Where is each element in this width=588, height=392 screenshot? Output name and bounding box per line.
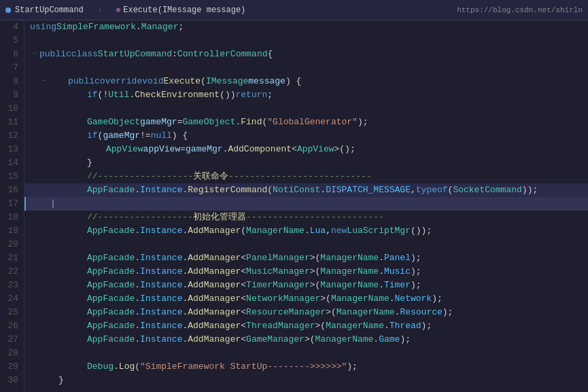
code-line-13: AppView appView = gameMgr.AddComponent<A…	[24, 143, 588, 156]
code-line-18: //------------------初始化管理器--------------…	[24, 211, 588, 224]
line-num-16: 16	[3, 183, 18, 197]
title-bar: StartUpCommand › ⊕ Execute(IMessage mess…	[0, 0, 588, 20]
line-num-28: 28	[3, 346, 18, 360]
line-num-13: 13	[3, 143, 18, 156]
line-num-4: 4	[3, 20, 18, 34]
code-line-27: AppFacade.Instance.AddManager<GameManage…	[24, 333, 588, 346]
code-line-30: }	[24, 374, 588, 387]
method-breadcrumb: ⊕ Execute(IMessage message)	[116, 5, 246, 15]
line-num-10: 10	[3, 102, 18, 115]
code-line-19: AppFacade.Instance.AddManager(ManagerNam…	[24, 224, 588, 238]
line-num-7: 7	[3, 61, 18, 75]
code-line-6: −public class StartUpCommand : Controlle…	[24, 48, 588, 61]
method-label: Execute(IMessage message)	[123, 5, 245, 15]
line-num-5: 5	[3, 34, 18, 48]
code-line-10	[24, 102, 588, 115]
code-line-26: AppFacade.Instance.AddManager<ThreadMana…	[24, 319, 588, 333]
code-line-11: GameObject gameMgr = GameObject.Find("Gl…	[24, 115, 588, 129]
line-num-18: 18	[3, 211, 18, 224]
line-num-15: 15	[3, 170, 18, 183]
code-line-7	[24, 61, 588, 75]
line-num-11: 11	[3, 115, 18, 129]
line-num-23: 23	[3, 279, 18, 292]
file-tab-label: StartUpCommand	[15, 5, 84, 15]
code-line-25: AppFacade.Instance.AddManager<ResourceMa…	[24, 306, 588, 319]
code-line-5	[24, 34, 588, 48]
line-num-9: 9	[3, 88, 18, 102]
line-num-17: 17	[3, 197, 18, 211]
line-num-27: 27	[3, 333, 18, 346]
tab-divider: ›	[97, 5, 103, 15]
line-num-19: 19	[3, 224, 18, 238]
code-line-4: using SimpleFramework.Manager;	[24, 20, 588, 34]
code-line-17: |	[24, 197, 588, 211]
code-container: 4 5 6 7 8 9 10 11 12 13 14 15 16 17 18 1…	[0, 20, 588, 392]
code-line-14: }	[24, 156, 588, 170]
line-num-21: 21	[3, 251, 18, 265]
code-line-23: AppFacade.Instance.AddManager<TimerManag…	[24, 279, 588, 292]
code-line-8: − public override void Execute(IMessage …	[24, 75, 588, 88]
line-num-24: 24	[3, 292, 18, 306]
code-line-21: AppFacade.Instance.AddManager<PanelManag…	[24, 251, 588, 265]
file-tab[interactable]: StartUpCommand	[5, 5, 84, 15]
line-num-20: 20	[3, 238, 18, 251]
code-line-22: AppFacade.Instance.AddManager<MusicManag…	[24, 265, 588, 279]
line-num-29: 29	[3, 360, 18, 374]
code-line-24: AppFacade.Instance.AddManager<NetworkMan…	[24, 292, 588, 306]
collapse-icon-6[interactable]: −	[30, 48, 39, 61]
file-icon	[5, 7, 11, 13]
code-line-9: if (!Util.CheckEnvironment()) return;	[24, 88, 588, 102]
line-num-14: 14	[3, 156, 18, 170]
code-area[interactable]: using SimpleFramework.Manager; −public c…	[24, 20, 588, 392]
code-line-12: if (gameMgr != null) {	[24, 129, 588, 143]
method-icon: ⊕	[116, 5, 121, 14]
line-numbers: 4 5 6 7 8 9 10 11 12 13 14 15 16 17 18 1…	[0, 20, 24, 392]
collapse-icon-8[interactable]: −	[39, 75, 49, 88]
code-line-15: //------------------关联命令----------------…	[24, 170, 588, 183]
code-line-28	[24, 346, 588, 360]
code-line-16: AppFacade.Instance.RegisterCommand(NotiC…	[24, 183, 588, 197]
line-num-8: 8	[3, 75, 18, 88]
line-num-25: 25	[3, 306, 18, 319]
line-num-12: 12	[3, 129, 18, 143]
code-line-20	[24, 238, 588, 251]
code-line-29: Debug.Log("SimpleFramework StartUp------…	[24, 360, 588, 374]
line-num-30: 30	[3, 374, 18, 387]
line-num-26: 26	[3, 319, 18, 333]
watermark: https://blog.csdn.net/shirln	[457, 6, 583, 14]
line-num-6: 6	[3, 48, 18, 61]
line-num-22: 22	[3, 265, 18, 279]
